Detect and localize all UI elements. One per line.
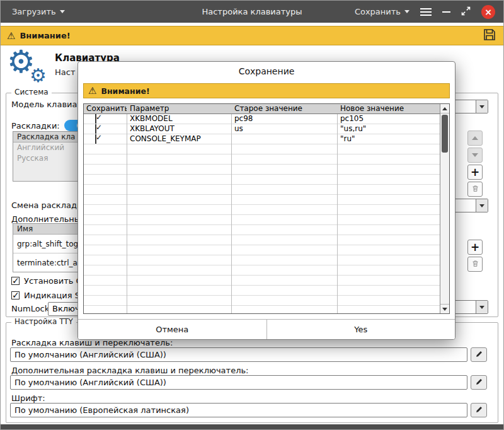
old-value-cell: pc98 [231, 114, 337, 124]
keyboard-model-label: Модель клавиату [11, 100, 87, 109]
warning-icon [88, 85, 101, 96]
save-dialog: Сохранение Внимание! Сохранить Параметр … [77, 61, 455, 340]
layout-switch-label: Смена раскладки [11, 200, 87, 210]
param-cell: CONSOLE_KEYMAP [127, 134, 231, 144]
plus-icon [471, 242, 479, 253]
edit-tty-layout-button[interactable] [471, 347, 487, 362]
checkbox-row[interactable]: Индикация Scr [11, 291, 88, 300]
window-title: Настройка клавиатуры [202, 7, 302, 16]
yes-button[interactable]: Yes [266, 320, 455, 339]
move-up-button[interactable] [467, 131, 483, 146]
tty-font-label: Шрифт: [11, 393, 45, 403]
combobox-arrow-button[interactable] [476, 301, 488, 313]
trash-icon [471, 259, 479, 270]
tty-extra-layout-input[interactable] [10, 375, 467, 390]
new-value-cell: "ru" [337, 134, 440, 144]
load-menu-button[interactable]: Загрузить [12, 7, 65, 16]
app-window: Загрузить Настройка клавиатуры Сохранить… [0, 0, 504, 430]
column-header: Параметр [127, 104, 231, 113]
main-warning-text: Внимание! [20, 31, 70, 40]
chevron-down-icon [479, 306, 484, 309]
pencil-icon [475, 404, 483, 416]
layouts-label: Раскладки: [11, 121, 60, 131]
scroll-down-button[interactable] [440, 304, 449, 313]
main-warning-bar: Внимание! [1, 26, 503, 45]
dialog-warning-bar: Внимание! [83, 83, 450, 98]
scrollbar-thumb[interactable] [442, 115, 448, 153]
edit-tty-font-button[interactable] [471, 403, 487, 417]
vertical-scrollbar[interactable] [440, 104, 449, 313]
window-bottom-edge [1, 424, 503, 429]
save-menu-label: Сохранить [355, 7, 401, 16]
checkbox[interactable] [11, 277, 20, 285]
column-header: Сохранить [84, 104, 127, 113]
tty-layout-input[interactable] [10, 347, 467, 362]
checkbox[interactable] [95, 114, 96, 124]
titlebar-actions: Сохранить [355, 5, 495, 19]
chevron-down-icon [60, 10, 65, 13]
table-row[interactable]: XKBLAYOUT us "us,ru" [84, 124, 440, 134]
page-subtitle: Наст [55, 67, 75, 77]
warning-icon [7, 30, 20, 42]
checkbox[interactable] [95, 134, 96, 144]
scroll-up-button[interactable] [440, 104, 449, 113]
old-value-cell [231, 134, 337, 144]
delete-option-button[interactable] [467, 257, 483, 272]
table-row[interactable]: CONSOLE_KEYMAP "ru" [84, 134, 440, 144]
arrow-down-icon [442, 308, 447, 311]
tty-font-input[interactable] [10, 403, 467, 417]
chevron-down-icon [404, 10, 410, 13]
checkbox-row[interactable]: Установить Со [11, 276, 87, 286]
tty-group-legend: Настройка TTY [11, 317, 76, 326]
changes-table-header: Сохранить Параметр Старое значение Новое… [84, 104, 440, 114]
checkbox[interactable] [11, 291, 20, 299]
arrow-down-icon [472, 153, 478, 157]
cancel-button[interactable]: Отмена [78, 320, 266, 339]
system-group-legend: Система [11, 88, 52, 96]
table-row[interactable]: XKBMODEL pc98 pc105 [84, 114, 440, 124]
new-value-cell: "us,ru" [337, 124, 440, 134]
add-option-button[interactable] [467, 240, 483, 255]
gear-icon [30, 66, 47, 85]
arrow-up-icon [472, 136, 478, 140]
param-cell: XKBMODEL [127, 114, 231, 124]
column-header: Новое значение [337, 104, 440, 113]
param-cell: XKBLAYOUT [127, 124, 231, 134]
dialog-warning-text: Внимание! [101, 86, 149, 96]
move-down-button[interactable] [467, 148, 483, 163]
numlock-label: NumLock: [11, 304, 52, 313]
old-value-cell: us [231, 124, 337, 134]
dialog-title: Сохранение [78, 66, 455, 76]
checkbox[interactable] [95, 124, 96, 134]
edit-tty-extra-layout-button[interactable] [471, 375, 487, 390]
hamburger-menu-icon[interactable] [420, 11, 432, 13]
save-menu-button[interactable]: Сохранить [355, 7, 410, 16]
combobox-arrow-button[interactable] [476, 100, 488, 113]
chevron-down-icon [479, 105, 484, 108]
chevron-down-icon [479, 204, 484, 207]
pencil-icon [475, 376, 483, 388]
changes-table: Сохранить Параметр Старое значение Новое… [83, 103, 450, 314]
add-layout-button[interactable] [467, 165, 483, 180]
plus-icon [471, 167, 479, 178]
new-value-cell: pc105 [337, 114, 440, 124]
extra-options-label: Дополнительные [11, 214, 86, 224]
combobox-arrow-button[interactable] [476, 199, 488, 212]
trash-icon [471, 183, 479, 195]
pencil-icon [475, 349, 483, 361]
expand-icon[interactable] [461, 6, 471, 18]
delete-layout-button[interactable] [467, 182, 483, 197]
load-menu-label: Загрузить [12, 7, 56, 16]
tty-extra-layout-label: Дополнительная раскладка клавиш и перекл… [11, 366, 248, 375]
save-disk-icon[interactable] [482, 27, 497, 44]
arrow-up-icon [442, 107, 447, 110]
minimize-icon[interactable] [442, 11, 450, 13]
column-header: Старое значение [231, 104, 337, 113]
titlebar: Загрузить Настройка клавиатуры Сохранить [1, 1, 503, 23]
close-icon[interactable] [481, 5, 495, 19]
dialog-footer: Отмена Yes [78, 319, 455, 339]
